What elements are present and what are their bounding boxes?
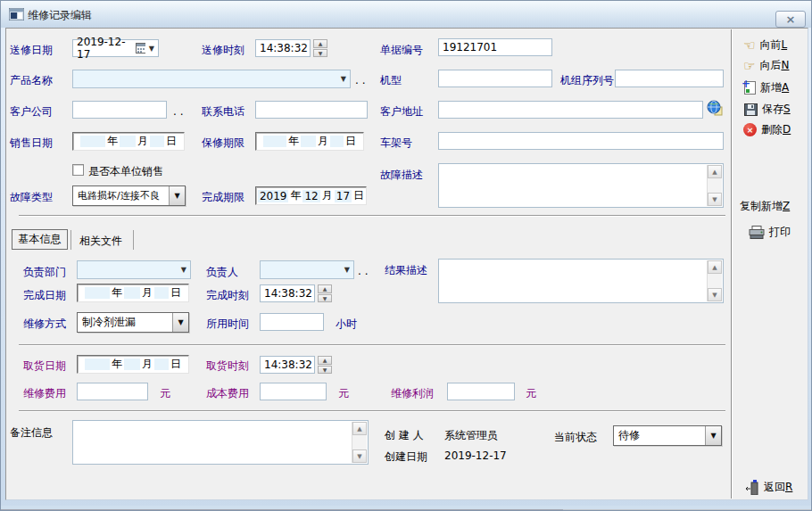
fault-type-combo[interactable]: 电路损坏/连接不良 ▼ <box>72 185 186 206</box>
scrollbar[interactable]: ▲ ▼ <box>352 422 367 463</box>
spin-down-icon[interactable]: ▼ <box>318 366 332 375</box>
finish-deadline-field[interactable]: 2019 年 12 月 17 日 <box>255 186 367 205</box>
unit-serial-input[interactable] <box>615 70 724 87</box>
repair-method-combo[interactable]: 制冷剂泄漏 ▼ <box>77 312 189 333</box>
repair-profit-unit: 元 <box>526 386 536 401</box>
model-input[interactable] <box>438 70 552 87</box>
send-time-value[interactable]: 14:38:32 <box>255 39 311 57</box>
next-button[interactable]: ☞ 向后N <box>743 58 789 73</box>
copy-add-button[interactable]: 复制新增Z <box>740 199 790 214</box>
scrollbar[interactable]: ▲ ▼ <box>707 165 722 206</box>
doc-no-input[interactable] <box>438 38 552 56</box>
repair-fee-input[interactable] <box>77 383 148 400</box>
scroll-down-icon[interactable]: ▼ <box>708 288 722 301</box>
spin-up-icon[interactable]: ▲ <box>318 284 332 293</box>
repair-profit-input[interactable] <box>447 383 515 400</box>
person-combo[interactable]: ▼ <box>260 260 354 279</box>
send-date-picker[interactable]: 2019-12-17 ▼ <box>72 39 159 57</box>
dept-label: 负责部门 <box>23 265 66 280</box>
fault-type-label: 故障类型 <box>10 190 53 205</box>
create-date-value: 2019-12-17 <box>444 449 507 462</box>
divider <box>19 344 725 346</box>
contact-phone-input[interactable] <box>255 101 368 119</box>
warranty-field[interactable]: 年 月 日 <box>255 132 364 151</box>
person-more-button[interactable]: . . <box>358 265 368 277</box>
printer-icon <box>749 226 765 239</box>
cost-fee-input[interactable] <box>260 383 327 400</box>
print-button[interactable]: 打印 <box>749 225 791 240</box>
sale-date-field[interactable]: 年 月 日 <box>72 132 185 151</box>
tab-related-files[interactable]: 相关文件 <box>79 234 122 249</box>
window-titlebar[interactable]: 维修记录编辑 × <box>1 1 811 28</box>
month-unit: 月 <box>318 134 328 149</box>
remark-textarea[interactable]: ▲ ▼ <box>72 420 369 465</box>
deadline-year-value: 2019 <box>258 190 289 202</box>
product-more-button[interactable]: . . <box>355 74 365 87</box>
tab-basic-info[interactable]: 基本信息 <box>12 229 68 250</box>
finish-time-value[interactable]: 14:38:32 <box>260 284 315 302</box>
person-label: 负责人 <box>206 265 238 280</box>
back-label: 返回 <box>764 481 785 493</box>
scroll-up-icon[interactable]: ▲ <box>352 422 367 435</box>
product-name-label: 产品名称 <box>10 73 53 88</box>
prev-button[interactable]: ☜ 向前L <box>743 37 787 53</box>
month-unit: 月 <box>137 134 148 149</box>
pickup-time-spinner[interactable]: 14:38:32 ▲ ▼ <box>260 356 332 374</box>
scroll-down-icon[interactable]: ▼ <box>352 449 367 463</box>
creator-value: 系统管理员 <box>444 428 498 443</box>
cost-fee-label: 成本费用 <box>206 386 249 401</box>
pickup-date-field[interactable]: 年 月 日 <box>77 355 189 374</box>
delete-button[interactable]: × 删除D <box>743 122 791 137</box>
pickup-time-value[interactable]: 14:38:32 <box>260 356 315 374</box>
scroll-down-icon[interactable]: ▼ <box>708 193 722 206</box>
dept-combo[interactable]: ▼ <box>77 260 191 279</box>
spin-down-icon[interactable]: ▼ <box>313 49 327 58</box>
chevron-down-icon: ▼ <box>181 266 186 274</box>
status-label: 当前状态 <box>554 430 597 445</box>
panel-separator <box>731 29 733 499</box>
close-icon[interactable]: × <box>775 11 806 28</box>
new-page-icon: + <box>744 81 756 95</box>
time-used-input[interactable] <box>260 313 324 331</box>
tab-separator <box>133 230 134 250</box>
scroll-up-icon[interactable]: ▲ <box>708 260 722 274</box>
save-button[interactable]: 保存S <box>744 102 791 117</box>
day-unit: 日 <box>166 134 177 149</box>
scrollbar[interactable]: ▲ ▼ <box>707 260 722 301</box>
deadline-month-value: 12 <box>302 190 319 202</box>
repair-method-label: 维修方式 <box>23 317 66 332</box>
finish-date-field[interactable]: 年 月 日 <box>77 284 189 302</box>
scroll-up-icon[interactable]: ▲ <box>708 165 722 178</box>
chevron-down-icon: ▼ <box>149 45 154 53</box>
finish-time-spinner[interactable]: 14:38:32 ▲ ▼ <box>260 284 332 302</box>
window-icon <box>9 8 24 21</box>
add-button[interactable]: + 新增A <box>744 80 789 95</box>
globe-icon[interactable] <box>707 100 723 116</box>
result-desc-textarea[interactable]: ▲ ▼ <box>438 259 724 303</box>
year-unit: 年 <box>112 285 122 301</box>
spin-up-icon[interactable]: ▲ <box>313 39 327 48</box>
self-sale-checkbox[interactable] <box>72 164 84 176</box>
chevron-down-icon: ▼ <box>344 266 350 274</box>
repair-record-edit-window: 维修记录编辑 × 送修日期 2019-12-17 ▼ 送修时刻 14:38:32… <box>0 0 812 511</box>
customer-company-more-button[interactable]: . . <box>173 105 183 118</box>
delete-label: 删除 <box>761 123 783 136</box>
status-combo[interactable]: 待修 ▼ <box>613 425 722 446</box>
contact-phone-label: 联系电话 <box>202 104 244 120</box>
day-unit: 日 <box>170 357 181 372</box>
copy-add-label: 复制新增 <box>740 200 783 212</box>
customer-address-input[interactable] <box>438 101 703 119</box>
frame-no-input[interactable] <box>438 132 724 150</box>
back-button[interactable]: 返回R <box>745 480 792 495</box>
window-title: 维修记录编辑 <box>28 8 92 23</box>
spin-up-icon[interactable]: ▲ <box>318 356 332 365</box>
sale-date-label: 销售日期 <box>10 136 53 151</box>
fault-desc-textarea[interactable]: ▲ ▼ <box>438 163 724 208</box>
spin-down-icon[interactable]: ▼ <box>318 294 332 303</box>
product-name-combo[interactable]: ▼ <box>72 70 351 88</box>
calendar-icon <box>136 43 145 54</box>
send-time-spinner[interactable]: 14:38:32 ▲ ▼ <box>255 39 327 57</box>
customer-company-input[interactable] <box>72 101 167 119</box>
customer-address-label: 客户地址 <box>380 104 423 120</box>
warranty-label: 保修期限 <box>202 136 244 151</box>
